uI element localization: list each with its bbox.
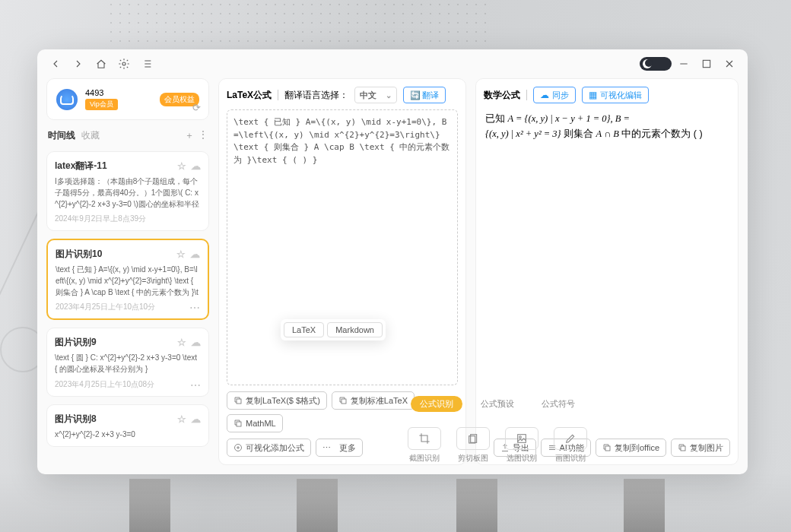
timeline-list: latex翻译-11☆☁ I多项选择题：（本题由8个子题组成，每个子题得5分，最… <box>46 151 209 447</box>
item-body: I多项选择题：（本题由8个子题组成，每个子题得5分，最高得40分。）1个圆形\(… <box>55 176 201 209</box>
item-title: latex翻译-11 <box>55 160 107 173</box>
more-icon[interactable]: ⋮ <box>199 129 208 142</box>
avatar <box>56 89 78 110</box>
bg-pillar <box>129 479 170 532</box>
bg-pillar <box>624 479 665 532</box>
bg-pillar <box>297 479 338 532</box>
cloud-icon[interactable]: ☁ <box>191 413 201 425</box>
list-item[interactable]: latex翻译-11☆☁ I多项选择题：（本题由8个子题组成，每个子题得5分，最… <box>46 151 209 231</box>
list-item[interactable]: 图片识别8☆☁ x^{2}+y^{2}-2 x+3 y-3=0 <box>46 404 209 447</box>
timeline-tabs: 时间线 收藏 ＋ ⋮ <box>46 129 209 142</box>
list-button[interactable] <box>136 53 157 74</box>
titlebar <box>37 49 748 78</box>
user-card: 4493 Vip会员 会员权益 ⟳ <box>46 78 209 120</box>
svg-rect-4 <box>237 422 241 426</box>
refresh-icon[interactable]: ⟳ <box>192 102 201 113</box>
forward-button[interactable] <box>68 53 89 74</box>
list-item[interactable]: 图片识别10☆☁ \text { 已知 } A=\{(x, y) \mid x-… <box>46 239 209 320</box>
user-id: 4493 <box>85 88 118 97</box>
svg-rect-1 <box>703 60 710 67</box>
close-button[interactable] <box>719 53 740 74</box>
visual-edit-button[interactable]: ▦可视化编辑 <box>582 87 649 103</box>
copy-icon <box>233 396 243 405</box>
popup-markdown-button[interactable]: Markdown <box>327 322 383 337</box>
svg-rect-9 <box>469 436 475 443</box>
plus-icon <box>233 443 243 452</box>
cloud-icon[interactable]: ☁ <box>190 249 200 260</box>
item-time: 2024年9月2日早上8点39分 <box>55 214 201 224</box>
cloud-icon[interactable]: ☁ <box>191 337 201 348</box>
minimize-button[interactable] <box>673 53 694 74</box>
more-popup: LaTeX Markdown <box>281 319 386 340</box>
item-body: x^{2}+y^{2}-2 x+3 y-3=0 <box>55 429 201 440</box>
decorative-dots <box>106 0 487 46</box>
tool-select-image[interactable]: 选图识别 <box>505 427 538 464</box>
tab-timeline[interactable]: 时间线 <box>48 129 75 142</box>
lang-label: 翻译语言选择： <box>284 89 348 102</box>
mode-tabs: 公式识别 公式预设 公式符号 <box>411 396 584 412</box>
popup-latex-button[interactable]: LaTeX <box>284 322 324 337</box>
settings-button[interactable] <box>113 53 135 74</box>
tool-screenshot[interactable]: 截图识别 <box>408 427 441 464</box>
divider <box>526 90 527 100</box>
bottom-section: 公式识别 公式预设 公式符号 截图识别 剪切板图 选图识别 画图识别 <box>258 396 737 464</box>
item-title: 图片识别10 <box>56 248 102 261</box>
math-render: 已知 A = {(x, y) | x − y + 1 = 0}, B = {(x… <box>484 103 730 149</box>
translate-icon: 🔄 <box>410 90 419 100</box>
svg-point-0 <box>122 62 125 65</box>
tool-row: 截图识别 剪切板图 选图识别 画图识别 <box>408 427 587 464</box>
tab-favorites[interactable]: 收藏 <box>81 129 100 142</box>
pencil-icon <box>564 432 577 445</box>
item-more-icon[interactable]: ⋯ <box>190 379 201 391</box>
item-time: 2023年4月25日上午10点08分 <box>55 379 201 390</box>
copy-icon <box>233 419 243 428</box>
item-body: \text { 圆 } C: x^{2}+y^{2}-2 x+3 y-3=0 \… <box>55 352 201 375</box>
list-item[interactable]: 图片识别9☆☁ \text { 圆 } C: x^{2}+y^{2}-2 x+3… <box>46 328 209 397</box>
item-title: 图片识别9 <box>55 336 97 349</box>
cloud-icon: ☁ <box>540 90 549 100</box>
svg-rect-10 <box>518 435 526 443</box>
cloud-icon[interactable]: ☁ <box>191 160 201 172</box>
star-icon[interactable]: ☆ <box>177 413 186 425</box>
item-body: \text { 已知 } A=\{(x, y) \mid x-y+1=0\}, … <box>56 264 200 297</box>
svg-rect-2 <box>237 399 241 404</box>
item-title: 图片识别8 <box>55 413 97 426</box>
svg-point-11 <box>519 436 522 439</box>
crop-icon <box>418 432 430 445</box>
translate-button[interactable]: 🔄翻译 <box>403 87 446 103</box>
tool-draw[interactable]: 画图识别 <box>554 427 587 464</box>
bg-gradient <box>0 471 791 532</box>
add-icon[interactable]: ＋ <box>185 129 194 142</box>
bg-pillar <box>456 479 497 532</box>
home-button[interactable] <box>91 53 112 74</box>
tab-symbols[interactable]: 公式符号 <box>532 396 584 412</box>
item-time: 2023年4月25日上午10点10分 <box>56 302 200 312</box>
star-icon[interactable]: ☆ <box>176 249 186 260</box>
star-icon[interactable]: ☆ <box>177 160 186 172</box>
sync-button[interactable]: ☁同步 <box>533 87 576 103</box>
language-select[interactable]: 中文 <box>354 87 397 103</box>
image-icon <box>516 432 528 445</box>
dark-mode-toggle[interactable] <box>640 57 672 71</box>
tab-recognize[interactable]: 公式识别 <box>411 396 462 412</box>
app-window: 4493 Vip会员 会员权益 ⟳ 时间线 收藏 ＋ ⋮ latex翻译-11☆… <box>37 49 748 474</box>
vip-tag: Vip会员 <box>85 99 118 110</box>
sidebar: 4493 Vip会员 会员权益 ⟳ 时间线 收藏 ＋ ⋮ latex翻译-11☆… <box>46 78 209 465</box>
tool-clipboard[interactable]: 剪切板图 <box>456 427 490 464</box>
back-button[interactable] <box>45 53 66 74</box>
star-icon[interactable]: ☆ <box>177 337 186 348</box>
latex-textarea[interactable]: \text { 已知 } A=\{(x, y) \mid x-y+1=0\}, … <box>227 109 458 385</box>
clipboard-icon <box>467 432 479 445</box>
divider <box>278 90 278 100</box>
latex-heading: LaTeX公式 <box>227 89 272 102</box>
item-more-icon[interactable]: ⋯ <box>189 302 200 314</box>
grid-icon: ▦ <box>589 90 597 100</box>
math-heading: 数学公式 <box>484 89 520 102</box>
tab-preset[interactable]: 公式预设 <box>472 396 523 412</box>
maximize-button[interactable] <box>696 53 717 74</box>
